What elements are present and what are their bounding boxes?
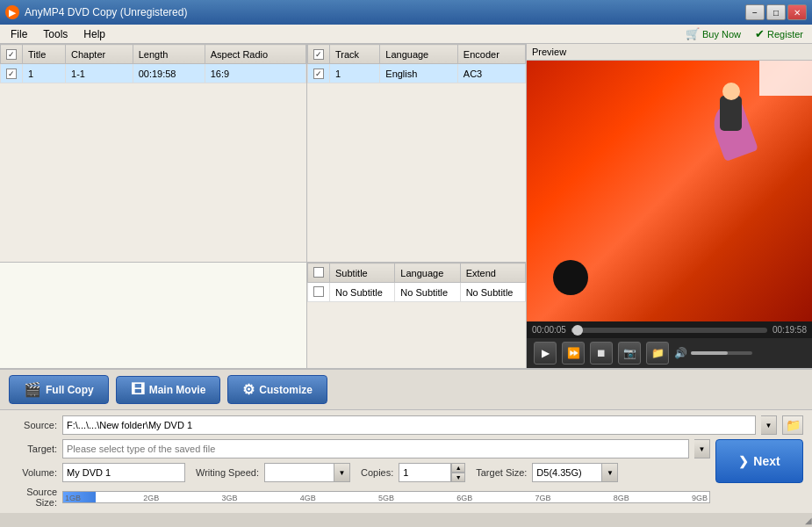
- cell-encoder: AC3: [457, 64, 525, 83]
- th-aspect: Aspect Radio: [205, 45, 305, 64]
- next-button[interactable]: ❯ Next: [715, 439, 803, 483]
- row-checkbox[interactable]: [308, 283, 330, 302]
- target-section: Target: ▼ Volume: Writing Speed: ▼ Copie…: [9, 439, 710, 508]
- copies-label: Copies:: [361, 467, 393, 478]
- main-movie-button[interactable]: 🎞 Main Movie: [116, 376, 221, 404]
- th-chapter: Chapter: [66, 45, 133, 64]
- source-size-label: Source Size:: [9, 487, 57, 508]
- ball: [553, 260, 588, 295]
- th-check-track: ✓: [308, 45, 330, 64]
- row-checkbox[interactable]: ✓: [1, 64, 23, 83]
- row-checkbox[interactable]: ✓: [308, 64, 330, 83]
- copies-up-button[interactable]: ▲: [451, 463, 465, 473]
- buy-now-label: Buy Now: [702, 29, 741, 40]
- size-4gb: 4GB: [300, 492, 316, 502]
- copies-down-button[interactable]: ▼: [451, 473, 465, 482]
- header-checkbox-track[interactable]: ✓: [313, 49, 324, 60]
- subtitle-table: Subtitle Language Extend No Subtitle No …: [307, 263, 526, 302]
- copies-input[interactable]: [399, 463, 451, 482]
- bottom-controls: Source: ▼ 📁 Target: ▼ Volume: Writing Sp…: [0, 410, 812, 513]
- main-track-table: ✓ Title Chapter Length Aspect Radio ✓: [0, 44, 307, 262]
- timeline-thumb[interactable]: [572, 325, 583, 336]
- close-button[interactable]: ✕: [787, 4, 807, 20]
- cell-subtitle: No Subtitle: [330, 283, 395, 302]
- preview-video: [527, 61, 812, 321]
- writing-speed-input[interactable]: [264, 463, 334, 482]
- title-bar: ▶ AnyMP4 DVD Copy (Unregistered) − □ ✕: [0, 0, 812, 25]
- target-size-input[interactable]: [532, 463, 602, 482]
- header-checkbox-main[interactable]: ✓: [6, 49, 17, 60]
- writing-speed-dropdown-btn[interactable]: ▼: [334, 463, 350, 482]
- volume-input[interactable]: [62, 463, 185, 482]
- folder-button[interactable]: 📁: [646, 342, 669, 365]
- customize-icon: ⚙: [242, 381, 255, 398]
- register-icon: ✔: [755, 27, 765, 40]
- mode-buttons: 🎬 Full Copy 🎞 Main Movie ⚙ Customize: [0, 369, 812, 410]
- subtitle-spacer: [0, 263, 307, 368]
- source-input[interactable]: [62, 415, 756, 435]
- size-1gb: 1GB: [65, 492, 81, 502]
- th-length: Length: [133, 45, 205, 64]
- head: [722, 83, 740, 100]
- target-input[interactable]: [62, 439, 689, 458]
- size-3gb: 3GB: [221, 492, 237, 502]
- next-arrow-icon: ❯: [738, 454, 749, 468]
- source-dropdown-button[interactable]: ▼: [761, 415, 777, 435]
- buy-now-button[interactable]: 🛒 Buy Now: [680, 25, 746, 42]
- minimize-button[interactable]: −: [745, 4, 765, 20]
- cart-icon: 🛒: [686, 27, 700, 40]
- app-title: AnyMP4 DVD Copy (Unregistered): [25, 6, 187, 18]
- register-button[interactable]: ✔ Register: [750, 25, 808, 42]
- header-checkbox-subtitle[interactable]: [313, 267, 324, 278]
- full-copy-icon: 🎬: [24, 381, 41, 398]
- th-extend: Extend: [460, 264, 525, 283]
- timeline-track[interactable]: [571, 328, 767, 333]
- th-check-main: ✓: [1, 45, 23, 64]
- app-icon: ▶: [5, 5, 19, 19]
- total-time: 00:19:58: [772, 325, 807, 335]
- th-check-subtitle: [308, 264, 330, 283]
- full-copy-button[interactable]: 🎬 Full Copy: [9, 375, 109, 404]
- track-table: ✓ Track Language Encoder ✓ 1: [307, 44, 526, 83]
- table-row[interactable]: ✓ 1 1-1 00:19:58 16:9: [1, 64, 306, 83]
- menu-help[interactable]: Help: [76, 26, 112, 42]
- video-frame: [527, 61, 812, 321]
- size-5gb: 5GB: [378, 492, 394, 502]
- volume-label: Volume:: [9, 467, 57, 478]
- next-label: Next: [753, 454, 780, 468]
- table-row[interactable]: ✓ 1 English AC3: [308, 64, 526, 83]
- table-row[interactable]: No Subtitle No Subtitle No Subtitle: [308, 283, 526, 302]
- audio-track-table: ✓ Track Language Encoder ✓ 1: [307, 44, 526, 262]
- resize-handle[interactable]: ◢: [800, 515, 812, 527]
- preview-header: Preview: [527, 44, 812, 61]
- title-bar-left: ▶ AnyMP4 DVD Copy (Unregistered): [5, 5, 187, 19]
- stop-button[interactable]: ⏹: [590, 342, 613, 365]
- tables-container: ✓ Title Chapter Length Aspect Radio ✓: [0, 44, 527, 368]
- title-table: ✓ Title Chapter Length Aspect Radio ✓: [0, 44, 306, 83]
- source-folder-button[interactable]: 📁: [782, 415, 803, 435]
- volume-track[interactable]: [691, 351, 752, 355]
- target-dropdown-button[interactable]: ▼: [694, 439, 710, 458]
- target-size-label: Target Size:: [476, 467, 527, 478]
- menu-tools[interactable]: Tools: [36, 26, 75, 42]
- writing-speed-label: Writing Speed:: [196, 467, 259, 478]
- play-button[interactable]: ▶: [534, 342, 557, 365]
- window-controls: − □ ✕: [745, 4, 807, 20]
- size-2gb: 2GB: [143, 492, 159, 502]
- target-row: Target: ▼: [9, 439, 710, 458]
- scene-highlight: [759, 61, 812, 96]
- subtitle-table-wrapper: Subtitle Language Extend No Subtitle No …: [307, 263, 526, 368]
- fast-forward-button[interactable]: ⏩: [562, 342, 585, 365]
- maximize-button[interactable]: □: [766, 4, 786, 20]
- cell-length: 00:19:58: [133, 64, 205, 83]
- size-6gb: 6GB: [456, 492, 472, 502]
- menu-file[interactable]: File: [4, 26, 34, 42]
- customize-button[interactable]: ⚙ Customize: [227, 375, 327, 404]
- cell-title: 1: [23, 64, 66, 83]
- source-label: Source:: [9, 420, 57, 430]
- size-8gb: 8GB: [614, 492, 629, 502]
- volume-fill: [691, 351, 728, 355]
- target-label: Target:: [9, 444, 57, 454]
- target-size-dropdown-btn[interactable]: ▼: [602, 463, 618, 482]
- screenshot-button[interactable]: 📷: [618, 342, 641, 365]
